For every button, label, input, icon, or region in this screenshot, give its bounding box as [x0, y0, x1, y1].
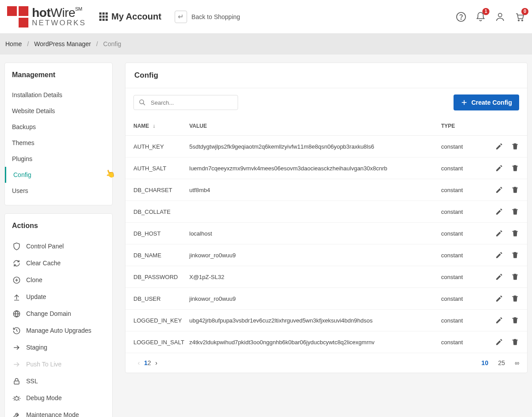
cart-icon[interactable]: 0: [514, 12, 525, 22]
cell-name: LOGGED_IN_SALT: [125, 339, 188, 346]
action-maintenance-mode[interactable]: Maintenance Mode: [5, 406, 112, 417]
svg-line-14: [143, 103, 145, 105]
action-clone[interactable]: Clone: [5, 271, 112, 288]
edit-icon[interactable]: [495, 142, 503, 150]
delete-icon[interactable]: [511, 142, 519, 150]
search-input[interactable]: [151, 99, 233, 106]
breadcrumb-home[interactable]: Home: [5, 40, 22, 47]
cell-value: jinkowor_ro0wuu9: [188, 295, 441, 302]
page-size-25[interactable]: 25: [498, 359, 505, 366]
actions-title: Actions: [5, 214, 112, 236]
table-row: AUTH_SALTluemdn7cqeeyxzmx9vmvk4mees06eso…: [125, 157, 527, 179]
delete-icon[interactable]: [511, 164, 519, 172]
svg-point-3: [518, 20, 520, 21]
cell-value: z4tkv2ldukpwihud7pkidt3oo0nggnhb6k0bar06…: [188, 339, 441, 346]
brand-top: hotWire: [32, 6, 75, 20]
action-label: Manage Auto Upgrades: [26, 327, 91, 334]
action-staging[interactable]: Staging: [5, 339, 112, 356]
user-icon[interactable]: [495, 12, 505, 22]
action-label: Maintenance Mode: [26, 411, 79, 417]
delete-icon[interactable]: [511, 186, 519, 194]
sidebar-item-installation-details[interactable]: Installation Details: [5, 87, 112, 103]
cell-value: utf8mb4: [188, 187, 441, 193]
sidebar-item-backups[interactable]: Backups: [5, 119, 112, 135]
cell-value: luemdn7cqeeyxzmx9vmvk4mees06esovm3daocie…: [188, 165, 441, 172]
column-header-value[interactable]: VALUE: [188, 123, 441, 129]
search-input-wrap: [133, 95, 238, 110]
svg-point-4: [522, 20, 523, 21]
table-row: AUTH_KEY5sdtdygtwjlps2fk9geqiaotm2q6keml…: [125, 136, 527, 157]
sidebar-item-themes[interactable]: Themes: [5, 135, 112, 151]
create-config-button[interactable]: Create Config: [454, 94, 519, 110]
pagination: ‹ 12 › 1025∞: [125, 353, 527, 373]
delete-icon[interactable]: [511, 295, 519, 303]
edit-icon[interactable]: [495, 295, 503, 303]
back-arrow-icon: ↵: [175, 11, 187, 23]
column-header-name[interactable]: NAME↓: [125, 123, 188, 129]
table-row: DB_COLLATEconstant: [125, 201, 527, 223]
sidebar-item-website-details[interactable]: Website Details: [5, 103, 112, 119]
arrow-right-icon: [12, 343, 21, 352]
column-header-type[interactable]: TYPE: [441, 123, 485, 129]
sidebar-item-plugins[interactable]: Plugins: [5, 151, 112, 167]
my-account-label[interactable]: My Account: [111, 12, 161, 22]
table-row: LOGGED_IN_KEYubg42jrb8ufpupa3vsbdr1ev6cu…: [125, 310, 527, 331]
cell-name: DB_HOST: [125, 230, 188, 237]
sidebar-item-config[interactable]: Config👆: [5, 167, 112, 183]
edit-icon[interactable]: [495, 164, 503, 172]
action-clear-cache[interactable]: Clear Cache: [5, 255, 112, 271]
cell-name: AUTH_SALT: [125, 165, 188, 172]
sidebar-item-users[interactable]: Users: [5, 183, 112, 199]
table-row: DB_CHARSETutf8mb4constant: [125, 179, 527, 201]
edit-icon[interactable]: [495, 229, 503, 237]
search-icon: [138, 98, 146, 106]
edit-icon[interactable]: [495, 251, 503, 259]
cell-value: X@1pZ-SL32: [188, 274, 441, 280]
apps-icon[interactable]: [99, 12, 108, 21]
sort-arrow-down-icon: ↓: [153, 123, 155, 129]
page-size-∞[interactable]: ∞: [515, 359, 519, 366]
cell-name: AUTH_KEY: [125, 143, 188, 150]
arrow-right-icon: [12, 360, 21, 369]
edit-icon[interactable]: [495, 208, 503, 216]
delete-icon[interactable]: [511, 338, 519, 346]
edit-icon[interactable]: [495, 338, 503, 346]
delete-icon[interactable]: [511, 208, 519, 216]
page-1[interactable]: 1: [144, 359, 148, 366]
back-to-shopping-button[interactable]: ↵ Back to Shopping: [175, 11, 240, 23]
management-panel: Management Installation DetailsWebsite D…: [4, 63, 113, 205]
edit-icon[interactable]: [495, 186, 503, 194]
page-2[interactable]: 2: [148, 359, 151, 366]
page-prev-icon[interactable]: ‹: [133, 359, 144, 366]
cell-type: constant: [441, 143, 485, 150]
cell-name: DB_PASSWORD: [125, 274, 188, 280]
svg-point-0: [457, 12, 466, 21]
delete-icon[interactable]: [511, 229, 519, 237]
help-icon[interactable]: [456, 12, 466, 22]
page-size-10[interactable]: 10: [481, 359, 489, 366]
app-header: hotWireSM NETWORKS My Account ↵ Back to …: [0, 0, 532, 33]
cell-type: constant: [441, 165, 485, 172]
delete-icon[interactable]: [511, 251, 519, 259]
edit-icon[interactable]: [495, 316, 503, 324]
notifications-icon[interactable]: 1: [475, 12, 486, 22]
action-manage-auto-upgrades[interactable]: Manage Auto Upgrades: [5, 322, 112, 339]
action-control-panel[interactable]: Control Panel: [5, 238, 112, 255]
action-ssl[interactable]: SSL: [5, 373, 112, 389]
action-debug-mode[interactable]: Debug Mode: [5, 389, 112, 406]
action-label: Debug Mode: [26, 394, 62, 401]
delete-icon[interactable]: [511, 316, 519, 324]
cell-value: 5sdtdygtwjlps2fk9geqiaotm2q6kemllzyivfw1…: [188, 143, 441, 150]
action-change-domain[interactable]: Change Domain: [5, 305, 112, 322]
delete-icon[interactable]: [511, 273, 519, 281]
action-label: Change Domain: [26, 310, 71, 317]
brand-logo[interactable]: hotWireSM NETWORKS: [7, 6, 86, 28]
edit-icon[interactable]: [495, 273, 503, 281]
action-update[interactable]: Update: [5, 288, 112, 305]
page-next-icon[interactable]: ›: [151, 359, 162, 366]
globe-icon: [12, 309, 21, 318]
cell-type: constant: [441, 274, 485, 280]
breadcrumb-wordpress-manager[interactable]: WordPress Manager: [34, 40, 91, 47]
table-row: DB_PASSWORDX@1pZ-SL32constant: [125, 266, 527, 288]
cell-type: constant: [441, 187, 485, 193]
